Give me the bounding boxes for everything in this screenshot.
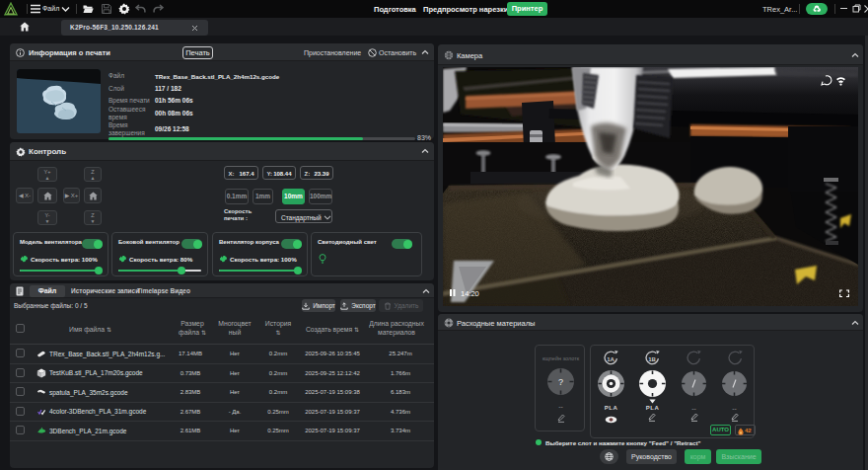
svg-text:?: ? — [558, 377, 563, 387]
svg-text:1B: 1B — [648, 356, 656, 362]
svg-text:14:20: 14:20 — [461, 289, 479, 298]
svg-text:1A: 1A — [607, 356, 615, 362]
